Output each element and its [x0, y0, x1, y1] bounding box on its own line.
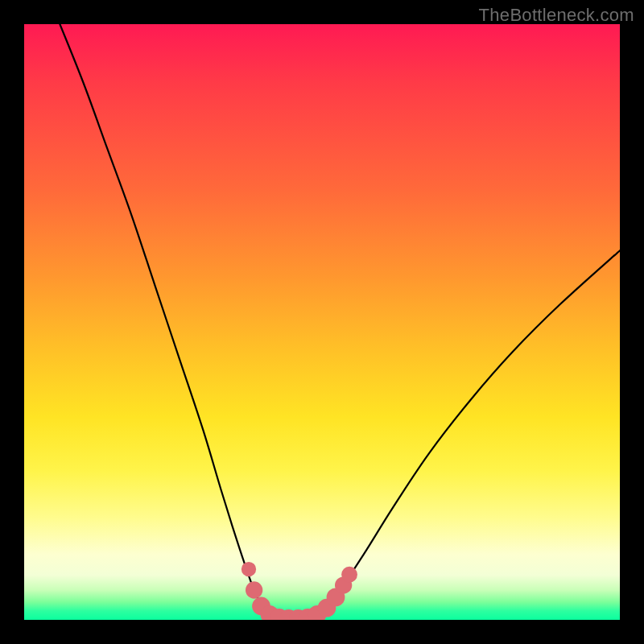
watermark-text: TheBottleneck.com	[479, 5, 634, 26]
chart-frame: TheBottleneck.com	[0, 0, 644, 644]
optimal-dot	[242, 562, 256, 576]
plot-area	[24, 24, 620, 620]
optimal-zone-dots	[242, 562, 357, 620]
bottleneck-curve	[60, 24, 620, 619]
optimal-dot	[246, 581, 262, 598]
optimal-dot	[341, 567, 357, 583]
chart-svg	[24, 24, 620, 620]
